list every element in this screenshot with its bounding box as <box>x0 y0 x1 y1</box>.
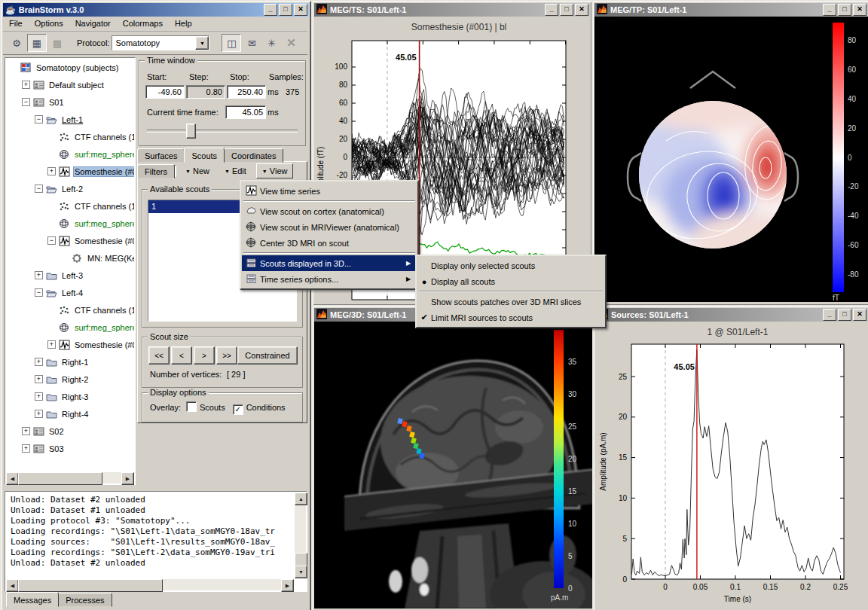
tree-item[interactable]: +S02 <box>6 422 134 440</box>
tree-item[interactable]: −Somesthesie (#00 <box>6 232 134 249</box>
minimize-button[interactable]: _ <box>823 4 836 16</box>
tree-item[interactable]: CTF channels (18 <box>6 197 134 215</box>
tab-scouts[interactable]: Scouts <box>184 148 225 163</box>
log-vscrollbar[interactable]: ▲ ▼ <box>295 493 306 578</box>
menu-navigator[interactable]: Navigator <box>69 17 117 30</box>
maximize-button[interactable]: □ <box>279 4 292 16</box>
tree-item[interactable]: +Right-1 <box>6 353 134 371</box>
maximize-button[interactable]: □ <box>560 4 573 16</box>
tree-hscrollbar[interactable]: ◀ ▶ <box>6 472 134 483</box>
brainstorm-title-bar[interactable]: ☕ BrainStorm v.3.0 _ □ ✕ <box>3 3 309 17</box>
scroll-up-icon[interactable]: ▲ <box>295 493 307 505</box>
menu-item[interactable]: View time series <box>242 183 417 199</box>
tree-expander-icon[interactable]: − <box>47 236 56 245</box>
minimize-button[interactable]: _ <box>264 4 277 16</box>
protocol-gears-icon[interactable]: ⚙ <box>8 35 26 51</box>
capture-window-icon[interactable]: ✉ <box>243 35 261 51</box>
scout-size-shrink-fast-button[interactable]: << <box>148 346 170 364</box>
tree-item[interactable]: +Left-3 <box>6 267 134 284</box>
menu-item[interactable]: View scout on cortex (anatomical) <box>242 203 417 219</box>
tree-expander-icon[interactable]: − <box>35 115 43 124</box>
menu-item[interactable]: Center 3D MRI on scout <box>242 235 417 251</box>
scout-size-grow-fast-button[interactable]: >> <box>216 346 237 364</box>
tab-messages[interactable]: Messages <box>6 592 59 607</box>
current-time-field[interactable]: 45.05 <box>225 105 266 119</box>
mri-3d-view[interactable]: 35302520151050pA.m <box>314 322 595 608</box>
menu-options[interactable]: Options <box>29 17 69 30</box>
maximize-button[interactable]: □ <box>838 4 851 16</box>
meg-tp-title-bar[interactable]: MEG/TP: S01/Left-1 _ □ ✕ <box>594 3 868 17</box>
tp-topography[interactable]: 806040200-20-40-60-80fT <box>594 17 868 302</box>
tab-coordinates[interactable]: Coordinates <box>224 148 283 163</box>
close-button[interactable]: ✕ <box>294 4 307 16</box>
scout-size-grow-button[interactable]: > <box>194 346 215 364</box>
tree-expander-icon[interactable]: + <box>22 427 30 435</box>
menu-colormaps[interactable]: Colormaps <box>117 17 169 30</box>
tree-item[interactable]: surf:meg_sphere <box>6 145 134 163</box>
close-button[interactable]: ✕ <box>853 4 866 16</box>
tree-expander-icon[interactable]: − <box>35 185 43 193</box>
sources-title-bar[interactable]: Sources: S01/Left-1 _ □ ✕ <box>595 308 868 322</box>
tab-processes[interactable]: Processes <box>58 593 112 607</box>
tree-item[interactable]: +Default subject <box>6 76 134 93</box>
scroll-right-icon[interactable]: ▶ <box>281 579 294 592</box>
menu-item[interactable]: ●Display all scouts <box>417 273 604 289</box>
checkbox-conditions[interactable]: ✓Conditions <box>233 403 286 415</box>
combobox-arrow-icon[interactable]: ▼ <box>195 36 209 50</box>
menu-item[interactable]: ✔Limit MRI sources to scouts <box>417 310 604 325</box>
tree-expander-icon[interactable]: + <box>47 340 56 349</box>
tree-item[interactable]: +S03 <box>6 440 134 457</box>
log-hscrollbar[interactable]: ◀ ▶ <box>6 579 294 590</box>
scroll-down-icon[interactable]: ▼ <box>295 566 307 578</box>
tree-item[interactable]: CTF channels (18 <box>6 301 134 319</box>
tree-item[interactable]: +Somesthesie (#00 <box>6 163 134 180</box>
tree-item[interactable]: Somatotopy (subjects) <box>6 59 134 76</box>
time-slider-thumb[interactable] <box>186 124 196 139</box>
close-button[interactable]: ✕ <box>853 309 866 321</box>
close-button[interactable]: ✕ <box>575 4 588 16</box>
time-slider-track[interactable] <box>147 130 298 133</box>
minimize-button[interactable]: _ <box>823 309 836 321</box>
command-window-icon[interactable]: ✳ <box>262 35 280 51</box>
protocol-combobox[interactable]: Somatotopy ▼ <box>112 35 209 50</box>
tree-expander-icon[interactable]: + <box>35 392 43 401</box>
tree-item[interactable]: +Right-2 <box>6 371 134 388</box>
tree-expander-icon[interactable]: + <box>35 358 43 366</box>
checkbox-scouts[interactable]: Scouts <box>186 401 225 412</box>
menu-item[interactable]: Time series options...▶ <box>242 271 417 287</box>
log-vscroll-thumb[interactable] <box>295 553 307 566</box>
scroll-right-icon[interactable]: ▶ <box>121 472 134 485</box>
tab-filters[interactable]: Filters <box>137 164 175 178</box>
scroll-left-icon[interactable]: ◀ <box>6 579 19 592</box>
menu-item[interactable]: Scouts displayed in 3D...▶ <box>242 255 417 271</box>
tree-expander-icon[interactable]: + <box>22 81 30 89</box>
tree-item[interactable]: +Right-4 <box>6 405 134 422</box>
tree-item[interactable]: −Left-1 <box>6 111 134 128</box>
menu-item[interactable]: Show scouts patches over 3D MRI slices <box>417 294 604 310</box>
constrained-button[interactable]: Constrained <box>237 346 298 364</box>
tree-expander-icon[interactable]: + <box>22 444 30 453</box>
minimize-button[interactable]: _ <box>545 4 558 16</box>
stop-field[interactable]: 250.40 <box>227 85 266 99</box>
scout-menu-new[interactable]: ▼New <box>180 164 215 178</box>
tree-expander-icon[interactable]: + <box>35 271 43 279</box>
maximize-button[interactable]: □ <box>838 309 851 321</box>
message-log[interactable]: Unload: Dataset #2 unloadedUnload: Datas… <box>6 493 294 578</box>
start-field[interactable]: -49.60 <box>145 85 185 99</box>
tree-expander-icon[interactable]: + <box>47 167 56 175</box>
tree-expander-icon[interactable]: − <box>22 98 30 106</box>
tree-item[interactable]: −Left-4 <box>6 284 134 301</box>
tab-surfaces[interactable]: Surfaces <box>137 148 185 163</box>
menu-file[interactable]: File <box>3 17 29 30</box>
tree-item[interactable]: MN: MEG(Kern <box>6 249 134 267</box>
tree-item[interactable]: surf:meg_sphere <box>6 215 134 232</box>
tree-item[interactable]: +Somesthesie (#00 <box>6 336 134 353</box>
tile-windows-icon[interactable]: ◫ <box>222 34 241 52</box>
tree-expander-icon[interactable]: + <box>35 410 43 418</box>
tree-item[interactable]: +Right-3 <box>6 388 134 405</box>
tree-item[interactable]: −Left-2 <box>6 180 134 197</box>
log-hscroll-thumb[interactable] <box>18 579 163 592</box>
meg-ts-title-bar[interactable]: MEG/TS: S01/Left-1 _ □ ✕ <box>314 3 590 17</box>
menu-item[interactable]: Display only selected scouts <box>417 258 604 273</box>
scout-menu-edit[interactable]: ▼Edit <box>219 164 252 178</box>
